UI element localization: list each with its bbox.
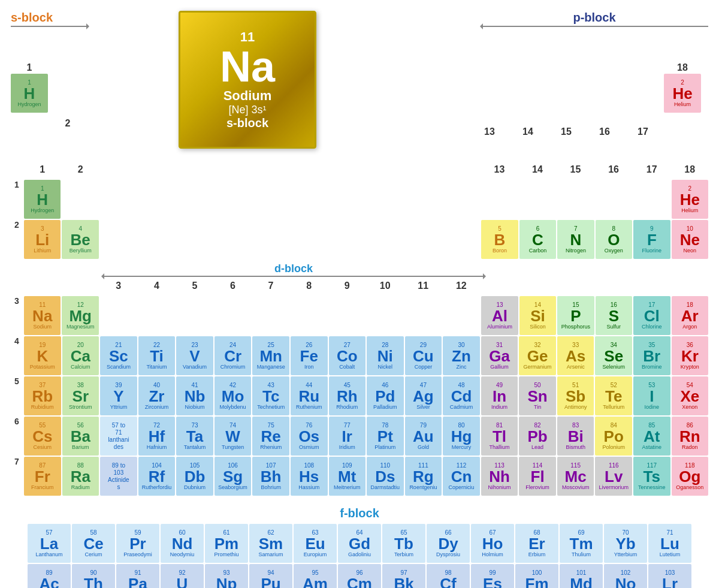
element-He[interactable]: 2 He Helium: [664, 74, 701, 113]
el-C[interactable]: 6 C Carbon: [519, 220, 556, 259]
el-Rb[interactable]: 37 Rb Rubidium: [24, 376, 61, 415]
el-Nb[interactable]: 41 Nb Niobium: [176, 376, 213, 415]
el-Cs[interactable]: 55 Cs Cesium: [24, 417, 61, 456]
el-Md[interactable]: 101 Md Mendeleviu: [560, 564, 603, 588]
el-Fr[interactable]: 87 Fr Francium: [24, 457, 61, 496]
el-Er[interactable]: 68 Er Erbium: [515, 524, 558, 563]
el-Pm[interactable]: 61 Pm Promethiu: [205, 524, 248, 563]
el-O[interactable]: 8 O Oxygen: [596, 220, 632, 259]
el-Rh[interactable]: 45 Rh Rhodium: [329, 376, 366, 415]
el-Lv[interactable]: 116 Lv Livermorium: [595, 457, 632, 496]
el-Bk[interactable]: 97 Bk Berkelium: [382, 564, 425, 588]
el-I[interactable]: 53 I Iodine: [633, 376, 670, 415]
el-Lr[interactable]: 103 Lr Lawrenciu: [648, 564, 691, 588]
el-P[interactable]: 15 P Phosphorus: [557, 296, 594, 335]
el-Db[interactable]: 105 Db Dubnium: [176, 457, 213, 496]
el-Cm[interactable]: 96 Cm Curium: [338, 564, 381, 588]
el-Np[interactable]: 93 Np Neptuniu: [205, 564, 248, 588]
el-Tc[interactable]: 43 Tc Technetium: [252, 376, 289, 415]
el-Ra[interactable]: 88 Ra Radium: [62, 457, 99, 496]
el-Cf[interactable]: 98 Cf Californiu: [427, 564, 470, 588]
el-At[interactable]: 85 At Astatine: [633, 417, 670, 456]
el-Nd[interactable]: 60 Nd Neodymiu: [161, 524, 204, 563]
el-Zn[interactable]: 30 Zn Zinc: [443, 336, 480, 375]
el-Cr[interactable]: 24 Cr Chromium: [215, 336, 252, 375]
el-Co[interactable]: 27 Co Cobalt: [329, 336, 366, 375]
el-Pr[interactable]: 59 Pr Praseodymi: [116, 524, 159, 563]
el-V[interactable]: 23 V Vanadium: [176, 336, 213, 375]
el-Mt[interactable]: 109 Mt Meitnerium: [329, 457, 366, 496]
el-Se[interactable]: 34 Se Selenium: [595, 336, 632, 375]
el-Pb[interactable]: 82 Pb Lead: [519, 417, 556, 456]
el-Mc[interactable]: 115 Mc Moscovium: [557, 457, 594, 496]
el-Gd[interactable]: 64 Gd Gadoliniu: [338, 524, 381, 563]
el-Ni[interactable]: 28 Ni Nickel: [367, 336, 404, 375]
el-Hg[interactable]: 80 Hg Mercury: [443, 417, 480, 456]
el-Pa[interactable]: 91 Pa Protactini: [116, 564, 159, 588]
el-Ds[interactable]: 110 Ds Darmstadtiu: [367, 457, 404, 496]
el-Th[interactable]: 90 Th Thorium: [72, 564, 115, 588]
el-Sg[interactable]: 106 Sg Seaborgium: [215, 457, 252, 496]
el-Ba[interactable]: 56 Ba Barium: [62, 417, 99, 456]
el-Si[interactable]: 14 Si Silicon: [519, 296, 556, 335]
el-Ce[interactable]: 58 Ce Cerium: [72, 524, 115, 563]
el-Es[interactable]: 99 Es Einsteinium: [471, 564, 514, 588]
el-Bi[interactable]: 83 Bi Bismuth: [557, 417, 594, 456]
el-Rg[interactable]: 111 Rg Roentgeniu: [405, 457, 442, 496]
el-Ru[interactable]: 44 Ru Ruthenium: [291, 376, 328, 415]
el-Sm[interactable]: 62 Sm Samarium: [249, 524, 292, 563]
el-Mg[interactable]: 12 Mg Magnesium: [62, 296, 98, 335]
el-Tm[interactable]: 69 Tm Thulium: [560, 524, 603, 563]
el-K[interactable]: 19 K Potassium: [24, 336, 61, 375]
el-As[interactable]: 33 As Arsenic: [557, 336, 594, 375]
el-Og[interactable]: 118 Og Oganesson: [672, 457, 709, 496]
el-H[interactable]: 1 H Hydrogen: [24, 180, 61, 219]
el-Fl[interactable]: 114 Fl Flerovium: [519, 457, 556, 496]
element-H[interactable]: 1 H Hydrogen: [11, 74, 48, 113]
el-Kr[interactable]: 36 Kr Krypton: [672, 336, 709, 375]
el-Al[interactable]: 13 Al Aluminium: [481, 296, 518, 335]
el-Tl[interactable]: 81 Tl Thallium: [481, 417, 518, 456]
el-Ne[interactable]: 10 Ne Neon: [672, 220, 708, 259]
el-F[interactable]: 9 F Fluorine: [633, 220, 670, 259]
el-Li[interactable]: 3 Li Lithium: [24, 220, 61, 259]
el-Ar[interactable]: 18 Ar Argon: [672, 296, 708, 335]
el-Pu[interactable]: 94 Pu Plutonium: [249, 564, 292, 588]
el-Ho[interactable]: 67 Ho Holmium: [471, 524, 514, 563]
el-B[interactable]: 5 B Boron: [481, 220, 518, 259]
el-Pt[interactable]: 78 Pt Platinum: [367, 417, 404, 456]
el-Ts[interactable]: 117 Ts Tennessine: [633, 457, 670, 496]
el-Fm[interactable]: 100 Fm Fermium: [515, 564, 558, 588]
el-In[interactable]: 49 In Indium: [481, 376, 518, 415]
el-Cl[interactable]: 17 Cl Chlorine: [633, 296, 670, 335]
el-Lu[interactable]: 71 Lu Lutetium: [648, 524, 691, 563]
el-Hs[interactable]: 108 Hs Hassium: [291, 457, 328, 496]
el-Ti[interactable]: 22 Ti Titanium: [138, 336, 176, 375]
el-U[interactable]: 92 U Uranium: [161, 564, 204, 588]
el-Au[interactable]: 79 Au Gold: [405, 417, 442, 456]
el-Ag[interactable]: 47 Ag Silver: [405, 376, 442, 415]
el-Bh[interactable]: 107 Bh Bohrium: [252, 457, 289, 496]
el-Ta[interactable]: 73 Ta Tantalum: [176, 417, 213, 456]
el-Mo[interactable]: 42 Mo Molybdenu: [215, 376, 252, 415]
el-Eu[interactable]: 63 Eu Europium: [294, 524, 337, 563]
el-Po[interactable]: 84 Po Polonium: [595, 417, 632, 456]
el-Pd[interactable]: 46 Pd Palladium: [367, 376, 404, 415]
el-Ac[interactable]: 89 Ac Actinium: [28, 564, 71, 588]
el-Am[interactable]: 95 Am Americiu: [294, 564, 337, 588]
el-S[interactable]: 16 S Sulfur: [596, 296, 632, 335]
el-Sc[interactable]: 21 Sc Scandium: [100, 336, 137, 375]
el-Ca[interactable]: 20 Ca Calcium: [62, 336, 99, 375]
el-Sb[interactable]: 51 Sb Antimony: [557, 376, 594, 415]
el-Xe[interactable]: 54 Xe Xenon: [672, 376, 709, 415]
el-Rf[interactable]: 104 Rf Rutherfordiu: [138, 457, 176, 496]
el-Fe[interactable]: 26 Fe Iron: [291, 336, 328, 375]
el-Na[interactable]: 11 Na Sodium: [24, 296, 61, 335]
el-Dy[interactable]: 66 Dy Dysprosiu: [427, 524, 470, 563]
el-Y[interactable]: 39 Y Yttrium: [100, 376, 137, 415]
el-Nh[interactable]: 113 Nh Nihonium: [481, 457, 518, 496]
el-Mn[interactable]: 25 Mn Manganese: [252, 336, 289, 375]
el-Br[interactable]: 35 Br Bromine: [633, 336, 670, 375]
el-Zr[interactable]: 40 Zr Zirconium: [138, 376, 176, 415]
el-Sr[interactable]: 38 Sr Strontium: [62, 376, 99, 415]
